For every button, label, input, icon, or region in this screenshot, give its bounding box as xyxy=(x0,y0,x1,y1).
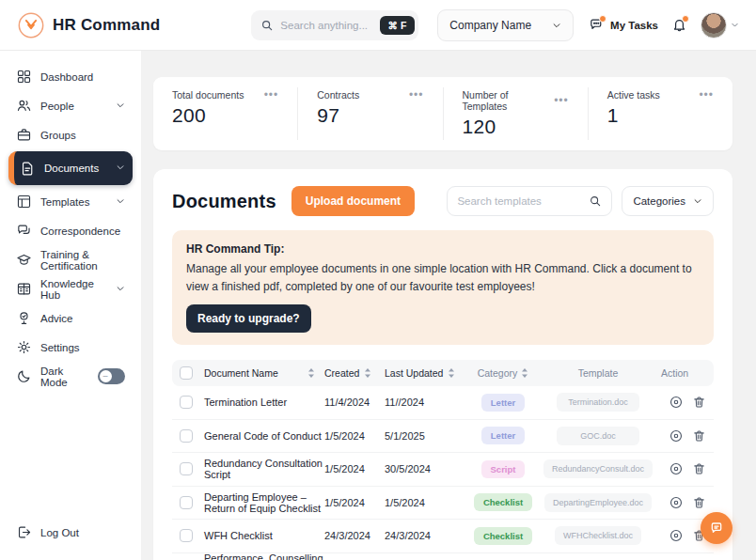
delete-icon[interactable] xyxy=(692,428,706,443)
top-header: HR Command ⌘ F Company Name My Tasks xyxy=(0,0,756,51)
category-badge: Letter xyxy=(481,394,525,412)
user-menu[interactable] xyxy=(701,12,739,39)
briefcase-icon xyxy=(16,127,32,143)
sidebar-item-label: Groups xyxy=(40,130,76,141)
delete-icon[interactable] xyxy=(692,395,706,410)
stats-card: Total documents••• 200 Contracts••• 97 N… xyxy=(153,77,732,150)
dark-mode-toggle[interactable] xyxy=(98,368,125,384)
column-document-name: Document Name xyxy=(204,367,278,379)
sidebar-item-label: Documents xyxy=(44,163,99,174)
template-search-input[interactable] xyxy=(457,195,583,207)
row-checkbox[interactable] xyxy=(180,529,193,542)
view-icon[interactable] xyxy=(669,428,684,443)
chevron-down-icon xyxy=(552,21,561,30)
view-icon[interactable] xyxy=(669,528,684,543)
table-row[interactable]: WFH Checklist 24/3/2024 24/3/2024 Checkl… xyxy=(172,520,714,553)
upload-document-button[interactable]: Upload document xyxy=(291,186,415,216)
people-icon xyxy=(16,98,32,114)
category-badge: Letter xyxy=(481,427,525,444)
template-search[interactable] xyxy=(447,186,612,216)
company-select-value: Company Name xyxy=(449,19,531,32)
row-checkbox[interactable] xyxy=(180,462,193,475)
document-name[interactable]: General Code of Conduct xyxy=(204,430,322,442)
page-title: Documents xyxy=(172,191,276,212)
categories-dropdown[interactable]: Categories xyxy=(622,186,714,216)
sidebar-item-advice[interactable]: Advice xyxy=(8,303,133,333)
document-name[interactable]: Redundancy Consultation Script xyxy=(204,458,324,480)
sort-icon[interactable] xyxy=(448,368,455,378)
document-name[interactable]: Performance, Counselling and Discipline … xyxy=(204,552,324,560)
row-checkbox[interactable] xyxy=(180,429,193,443)
sidebar-item-log-out[interactable]: Log Out xyxy=(8,518,133,547)
sidebar-item-people[interactable]: People xyxy=(8,91,133,120)
document-name[interactable]: Termination Letter xyxy=(204,397,287,408)
my-tasks-button[interactable]: My Tasks xyxy=(589,17,658,33)
stat-label: Total documents xyxy=(172,89,244,101)
select-all-checkbox[interactable] xyxy=(180,366,193,380)
main-content: Total documents••• 200 Contracts••• 97 N… xyxy=(141,51,756,560)
table-row[interactable]: Departing Employee – Return of Equip Che… xyxy=(172,487,714,521)
tasks-chat-icon xyxy=(589,17,605,33)
my-tasks-label: My Tasks xyxy=(610,20,658,31)
stat-total-documents: Total documents••• 200 xyxy=(153,87,297,140)
sidebar-item-dark-mode[interactable]: Dark Mode xyxy=(8,362,133,391)
sidebar-item-knowledge-hub[interactable]: Knowledge Hub xyxy=(8,274,133,303)
category-badge: Checklist xyxy=(474,527,532,545)
sort-icon[interactable] xyxy=(307,368,315,378)
column-last-updated: Last Updated xyxy=(385,367,443,379)
more-options-icon[interactable]: ••• xyxy=(699,91,714,99)
table-row[interactable]: Redundancy Consultation Script 1/5/2024 … xyxy=(172,453,714,487)
sidebar-item-training-certification[interactable]: Training & Certification xyxy=(8,245,133,274)
delete-icon[interactable] xyxy=(692,461,706,476)
chevron-down-icon xyxy=(731,21,739,29)
documents-card: Documents Upload document Categories HR … xyxy=(153,169,732,560)
stat-label: Contracts xyxy=(317,89,359,101)
table-row[interactable]: General Code of Conduct 1/5/2024 5/1/202… xyxy=(172,420,714,454)
sidebar-item-templates[interactable]: Templates xyxy=(8,187,133,216)
row-checkbox[interactable] xyxy=(180,396,193,409)
chevron-down-icon xyxy=(116,163,125,174)
search-icon xyxy=(589,194,602,208)
column-category: Category xyxy=(478,367,518,379)
more-options-icon[interactable]: ••• xyxy=(554,97,569,104)
table-row[interactable]: Termination Letter 11/4/2024 11//2024 Le… xyxy=(172,386,714,420)
table-header: Document Name Created Last Updated Categ… xyxy=(172,360,714,386)
sort-icon[interactable] xyxy=(521,368,528,378)
template-pill[interactable]: DepartingEmployee.doc xyxy=(544,493,652,512)
stat-label: Number of Templates xyxy=(463,89,555,112)
stat-value: 1 xyxy=(607,104,714,127)
delete-icon[interactable] xyxy=(692,495,706,510)
notifications-button[interactable] xyxy=(671,17,687,33)
template-pill[interactable]: Termination.doc xyxy=(557,393,639,412)
tip-body: Manage all your employee documents in on… xyxy=(186,260,700,295)
row-checkbox[interactable] xyxy=(180,496,193,509)
global-search[interactable]: ⌘ F xyxy=(251,10,418,40)
search-icon xyxy=(260,19,274,32)
sidebar-item-correspondence[interactable]: Correspondence xyxy=(8,216,133,245)
avatar xyxy=(701,12,727,39)
template-pill[interactable]: GOC.doc xyxy=(557,427,639,445)
sidebar-item-dashboard[interactable]: Dashboard xyxy=(8,62,133,91)
upgrade-button[interactable]: Ready to upgrade? xyxy=(186,304,311,333)
document-name[interactable]: Departing Employee – Return of Equip Che… xyxy=(204,491,324,514)
sidebar-item-documents[interactable]: Documents xyxy=(8,151,133,185)
sort-icon[interactable] xyxy=(364,368,371,378)
bell-icon xyxy=(671,17,687,33)
stat-value: 120 xyxy=(463,116,569,138)
table-row[interactable]: Performance, Counselling and Discipline … xyxy=(172,553,714,560)
template-pill[interactable]: WFHChecklist.doc xyxy=(555,526,641,545)
sidebar-item-settings[interactable]: Settings xyxy=(8,333,133,362)
view-icon[interactable] xyxy=(669,495,684,510)
category-badge: Script xyxy=(481,460,526,478)
view-icon[interactable] xyxy=(669,395,684,410)
search-input[interactable] xyxy=(280,20,372,31)
app-title: HR Command xyxy=(53,16,160,35)
more-options-icon[interactable]: ••• xyxy=(409,91,424,99)
document-name[interactable]: WFH Checklist xyxy=(204,530,273,541)
view-icon[interactable] xyxy=(669,461,684,476)
template-pill[interactable]: RedundancyConsult.doc xyxy=(543,459,653,478)
chat-fab-button[interactable] xyxy=(701,512,732,544)
sidebar-item-groups[interactable]: Groups xyxy=(8,120,133,149)
more-options-icon[interactable]: ••• xyxy=(264,91,279,99)
company-select[interactable]: Company Name xyxy=(437,9,574,41)
